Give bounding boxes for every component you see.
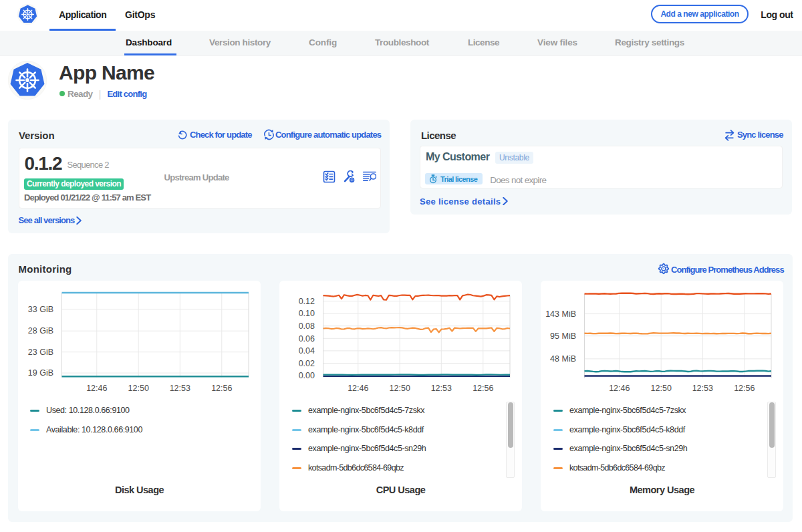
svg-text:12:53: 12:53 bbox=[692, 384, 713, 393]
svg-text:12:46: 12:46 bbox=[609, 384, 630, 393]
svg-text:12:50: 12:50 bbox=[390, 384, 410, 393]
svg-text:28 GiB: 28 GiB bbox=[28, 326, 53, 336]
svg-text:12:56: 12:56 bbox=[211, 384, 232, 393]
svg-text:0.02: 0.02 bbox=[299, 359, 315, 368]
svg-text:0.08: 0.08 bbox=[299, 321, 315, 331]
svg-text:33 GiB: 33 GiB bbox=[28, 305, 53, 314]
svg-text:12:50: 12:50 bbox=[128, 384, 149, 393]
svg-text:23 GiB: 23 GiB bbox=[28, 348, 53, 357]
svg-text:12:56: 12:56 bbox=[734, 384, 755, 393]
svg-text:0.12: 0.12 bbox=[299, 297, 315, 306]
svg-text:95 MiB: 95 MiB bbox=[550, 331, 576, 341]
svg-text:12:56: 12:56 bbox=[473, 384, 493, 393]
svg-text:12:53: 12:53 bbox=[431, 384, 452, 393]
svg-text:0.04: 0.04 bbox=[299, 346, 315, 356]
svg-text:48 MiB: 48 MiB bbox=[550, 354, 576, 364]
svg-text:19 GiB: 19 GiB bbox=[28, 368, 53, 378]
svg-text:12:46: 12:46 bbox=[348, 384, 368, 393]
svg-text:0.10: 0.10 bbox=[299, 309, 315, 318]
svg-text:0.06: 0.06 bbox=[299, 334, 315, 344]
svg-text:143 MiB: 143 MiB bbox=[545, 309, 576, 319]
svg-text:0.00: 0.00 bbox=[299, 371, 315, 380]
svg-text:12:46: 12:46 bbox=[86, 384, 107, 393]
svg-text:12:53: 12:53 bbox=[170, 384, 190, 393]
svg-text:12:50: 12:50 bbox=[651, 384, 672, 393]
